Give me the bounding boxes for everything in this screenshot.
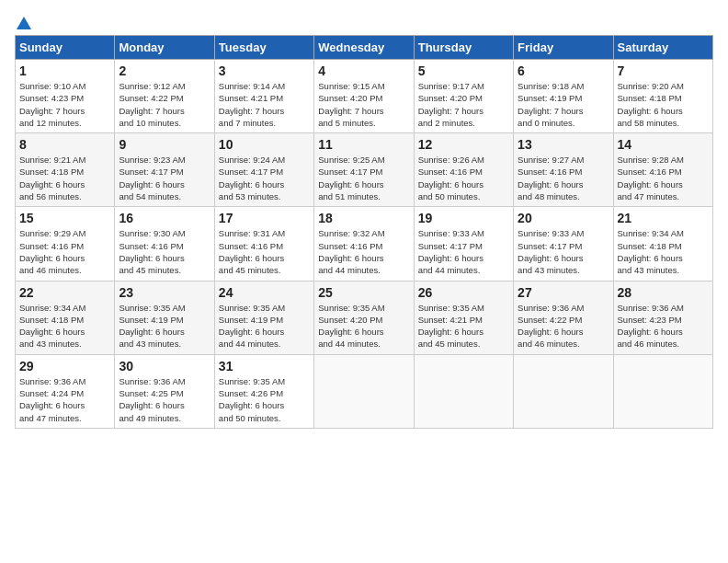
- day-cell: 9Sunrise: 9:23 AM Sunset: 4:17 PM Daylig…: [115, 133, 214, 207]
- day-cell: 15Sunrise: 9:29 AM Sunset: 4:16 PM Dayli…: [16, 207, 115, 281]
- day-number: 19: [418, 211, 509, 225]
- day-number: 4: [318, 63, 409, 78]
- day-cell: 1Sunrise: 9:10 AM Sunset: 4:23 PM Daylig…: [16, 60, 115, 133]
- day-cell: 19Sunrise: 9:33 AM Sunset: 4:17 PM Dayli…: [414, 207, 513, 281]
- col-header-friday: Friday: [514, 36, 613, 60]
- day-cell: 21Sunrise: 9:34 AM Sunset: 4:18 PM Dayli…: [613, 207, 712, 281]
- day-cell: 13Sunrise: 9:27 AM Sunset: 4:16 PM Dayli…: [514, 133, 613, 207]
- day-cell: 5Sunrise: 9:17 AM Sunset: 4:20 PM Daylig…: [414, 60, 513, 133]
- day-number: 25: [318, 285, 409, 300]
- day-cell: 2Sunrise: 9:12 AM Sunset: 4:22 PM Daylig…: [115, 60, 214, 133]
- day-cell: 14Sunrise: 9:28 AM Sunset: 4:16 PM Dayli…: [613, 133, 712, 207]
- col-header-wednesday: Wednesday: [314, 36, 414, 60]
- day-cell: 17Sunrise: 9:31 AM Sunset: 4:16 PM Dayli…: [214, 207, 313, 281]
- day-detail: Sunrise: 9:30 AM Sunset: 4:16 PM Dayligh…: [119, 227, 210, 276]
- week-row-3: 15Sunrise: 9:29 AM Sunset: 4:16 PM Dayli…: [16, 207, 713, 281]
- day-cell: 29Sunrise: 9:36 AM Sunset: 4:24 PM Dayli…: [16, 354, 115, 428]
- day-cell: 10Sunrise: 9:24 AM Sunset: 4:17 PM Dayli…: [214, 133, 313, 207]
- day-detail: Sunrise: 9:25 AM Sunset: 4:17 PM Dayligh…: [318, 154, 409, 202]
- day-number: 2: [119, 63, 210, 78]
- day-cell: 28Sunrise: 9:36 AM Sunset: 4:23 PM Dayli…: [613, 281, 712, 354]
- day-number: 11: [318, 137, 409, 152]
- day-cell: 25Sunrise: 9:35 AM Sunset: 4:20 PM Dayli…: [314, 281, 414, 354]
- day-number: 9: [119, 137, 210, 152]
- day-cell: 23Sunrise: 9:35 AM Sunset: 4:19 PM Dayli…: [115, 281, 214, 354]
- day-detail: Sunrise: 9:17 AM Sunset: 4:20 PM Dayligh…: [418, 80, 509, 129]
- day-cell: [414, 354, 513, 428]
- day-detail: Sunrise: 9:35 AM Sunset: 4:26 PM Dayligh…: [219, 375, 310, 424]
- col-header-saturday: Saturday: [613, 36, 712, 60]
- day-number: 18: [318, 211, 409, 225]
- day-cell: 16Sunrise: 9:30 AM Sunset: 4:16 PM Dayli…: [115, 207, 214, 281]
- day-cell: [314, 354, 414, 428]
- logo: [15, 15, 33, 28]
- day-detail: Sunrise: 9:36 AM Sunset: 4:24 PM Dayligh…: [19, 375, 110, 424]
- day-number: 13: [518, 137, 609, 152]
- day-detail: Sunrise: 9:15 AM Sunset: 4:20 PM Dayligh…: [318, 80, 409, 129]
- day-number: 20: [518, 211, 609, 225]
- day-detail: Sunrise: 9:14 AM Sunset: 4:21 PM Dayligh…: [219, 80, 310, 129]
- week-row-2: 8Sunrise: 9:21 AM Sunset: 4:18 PM Daylig…: [16, 133, 713, 207]
- day-detail: Sunrise: 9:36 AM Sunset: 4:22 PM Dayligh…: [518, 302, 609, 350]
- day-number: 29: [19, 359, 110, 373]
- col-header-monday: Monday: [115, 36, 214, 60]
- day-detail: Sunrise: 9:27 AM Sunset: 4:16 PM Dayligh…: [518, 154, 609, 202]
- day-detail: Sunrise: 9:26 AM Sunset: 4:16 PM Dayligh…: [418, 154, 509, 202]
- day-number: 24: [219, 285, 310, 300]
- day-number: 23: [119, 285, 210, 300]
- day-detail: Sunrise: 9:21 AM Sunset: 4:18 PM Dayligh…: [19, 154, 110, 202]
- day-detail: Sunrise: 9:35 AM Sunset: 4:19 PM Dayligh…: [119, 302, 210, 350]
- day-detail: Sunrise: 9:35 AM Sunset: 4:21 PM Dayligh…: [418, 302, 509, 350]
- logo-icon: [16, 15, 32, 31]
- day-cell: 3Sunrise: 9:14 AM Sunset: 4:21 PM Daylig…: [214, 60, 313, 133]
- svg-marker-0: [17, 17, 31, 29]
- day-cell: [613, 354, 712, 428]
- col-header-sunday: Sunday: [16, 36, 115, 60]
- day-detail: Sunrise: 9:33 AM Sunset: 4:17 PM Dayligh…: [418, 227, 509, 276]
- day-detail: Sunrise: 9:36 AM Sunset: 4:25 PM Dayligh…: [119, 375, 210, 424]
- day-cell: 4Sunrise: 9:15 AM Sunset: 4:20 PM Daylig…: [314, 60, 414, 133]
- day-number: 22: [19, 285, 110, 300]
- day-number: 8: [19, 137, 110, 152]
- day-cell: 30Sunrise: 9:36 AM Sunset: 4:25 PM Dayli…: [115, 354, 214, 428]
- day-number: 30: [119, 359, 210, 373]
- calendar-table: SundayMondayTuesdayWednesdayThursdayFrid…: [15, 35, 713, 429]
- day-detail: Sunrise: 9:34 AM Sunset: 4:18 PM Dayligh…: [19, 302, 110, 350]
- day-number: 28: [618, 285, 709, 300]
- col-header-tuesday: Tuesday: [214, 36, 313, 60]
- day-number: 26: [418, 285, 509, 300]
- day-cell: 11Sunrise: 9:25 AM Sunset: 4:17 PM Dayli…: [314, 133, 414, 207]
- day-detail: Sunrise: 9:34 AM Sunset: 4:18 PM Dayligh…: [618, 227, 709, 276]
- day-number: 15: [19, 211, 110, 225]
- day-detail: Sunrise: 9:35 AM Sunset: 4:20 PM Dayligh…: [318, 302, 409, 350]
- day-detail: Sunrise: 9:35 AM Sunset: 4:19 PM Dayligh…: [219, 302, 310, 350]
- day-number: 16: [119, 211, 210, 225]
- col-header-thursday: Thursday: [414, 36, 513, 60]
- day-number: 21: [618, 211, 709, 225]
- day-number: 27: [518, 285, 609, 300]
- day-cell: 20Sunrise: 9:33 AM Sunset: 4:17 PM Dayli…: [514, 207, 613, 281]
- day-number: 5: [418, 63, 509, 78]
- day-number: 10: [219, 137, 310, 152]
- day-number: 31: [219, 359, 310, 373]
- day-number: 7: [618, 63, 709, 78]
- day-number: 6: [518, 63, 609, 78]
- day-detail: Sunrise: 9:33 AM Sunset: 4:17 PM Dayligh…: [518, 227, 609, 276]
- day-cell: 31Sunrise: 9:35 AM Sunset: 4:26 PM Dayli…: [214, 354, 313, 428]
- day-detail: Sunrise: 9:28 AM Sunset: 4:16 PM Dayligh…: [618, 154, 709, 202]
- week-row-5: 29Sunrise: 9:36 AM Sunset: 4:24 PM Dayli…: [16, 354, 713, 428]
- calendar-header-row: SundayMondayTuesdayWednesdayThursdayFrid…: [16, 36, 713, 60]
- day-detail: Sunrise: 9:36 AM Sunset: 4:23 PM Dayligh…: [618, 302, 709, 350]
- day-detail: Sunrise: 9:12 AM Sunset: 4:22 PM Dayligh…: [119, 80, 210, 129]
- header: [15, 15, 713, 28]
- day-cell: 8Sunrise: 9:21 AM Sunset: 4:18 PM Daylig…: [16, 133, 115, 207]
- day-detail: Sunrise: 9:24 AM Sunset: 4:17 PM Dayligh…: [219, 154, 310, 202]
- day-number: 1: [19, 63, 110, 78]
- day-cell: 26Sunrise: 9:35 AM Sunset: 4:21 PM Dayli…: [414, 281, 513, 354]
- day-cell: 27Sunrise: 9:36 AM Sunset: 4:22 PM Dayli…: [514, 281, 613, 354]
- day-cell: [514, 354, 613, 428]
- day-detail: Sunrise: 9:20 AM Sunset: 4:18 PM Dayligh…: [618, 80, 709, 129]
- day-cell: 12Sunrise: 9:26 AM Sunset: 4:16 PM Dayli…: [414, 133, 513, 207]
- day-detail: Sunrise: 9:31 AM Sunset: 4:16 PM Dayligh…: [219, 227, 310, 276]
- day-detail: Sunrise: 9:18 AM Sunset: 4:19 PM Dayligh…: [518, 80, 609, 129]
